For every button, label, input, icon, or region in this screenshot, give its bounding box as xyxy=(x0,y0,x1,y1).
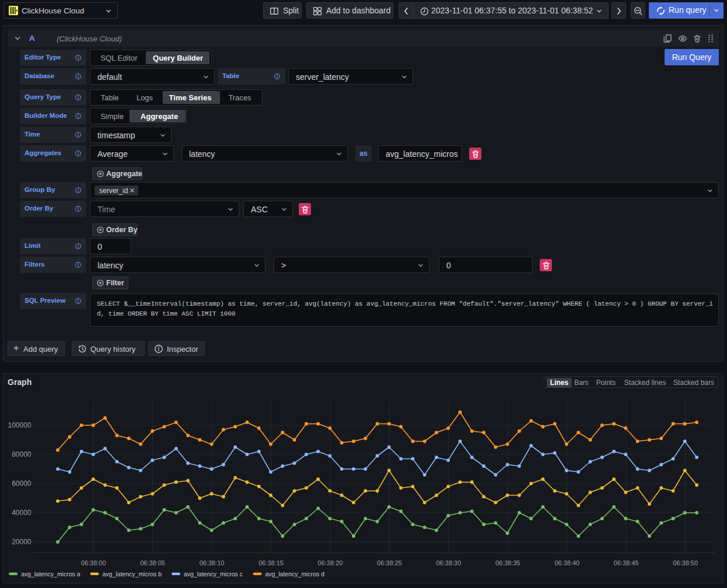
svg-text:06:38:50: 06:38:50 xyxy=(673,559,698,566)
svg-text:40000: 40000 xyxy=(12,509,32,517)
svg-text:20000: 20000 xyxy=(12,538,32,546)
svg-text:06:38:10: 06:38:10 xyxy=(200,559,225,566)
svg-text:80000: 80000 xyxy=(12,450,32,459)
svg-text:06:38:20: 06:38:20 xyxy=(318,559,343,566)
svg-text:60000: 60000 xyxy=(12,480,32,488)
svg-text:avg_latency_micros a: avg_latency_micros a xyxy=(21,570,81,578)
svg-text:100000: 100000 xyxy=(8,421,31,429)
svg-text:avg_latency_micros c: avg_latency_micros c xyxy=(184,570,243,578)
svg-text:06:38:45: 06:38:45 xyxy=(614,559,639,566)
svg-text:06:38:05: 06:38:05 xyxy=(140,559,165,566)
svg-text:06:38:35: 06:38:35 xyxy=(495,559,520,566)
svg-text:06:38:25: 06:38:25 xyxy=(377,559,402,566)
svg-text:06:38:15: 06:38:15 xyxy=(258,559,284,566)
svg-text:avg_latency_micros b: avg_latency_micros b xyxy=(103,570,162,578)
svg-text:06:38:30: 06:38:30 xyxy=(436,559,461,566)
svg-text:avg_latency_micros d: avg_latency_micros d xyxy=(265,570,325,578)
svg-text:06:38:40: 06:38:40 xyxy=(554,559,579,566)
svg-text:06:38:00: 06:38:00 xyxy=(81,559,106,566)
